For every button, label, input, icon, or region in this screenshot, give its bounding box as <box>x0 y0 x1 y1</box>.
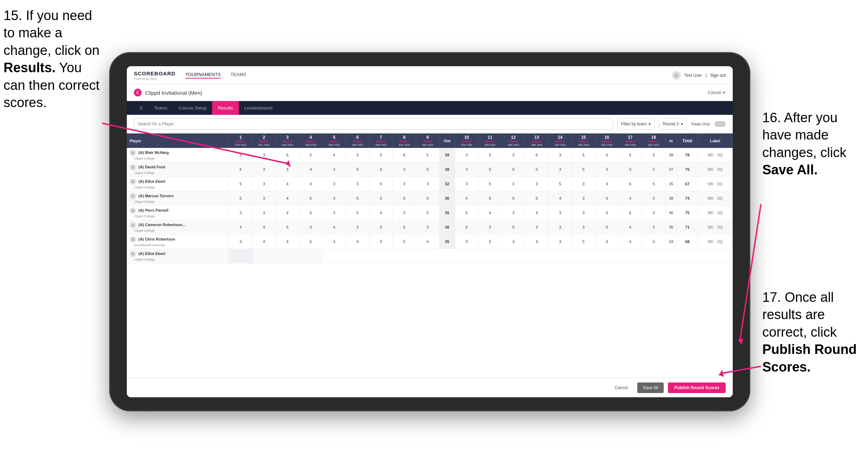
hole-13-score[interactable]: 4 <box>525 206 548 220</box>
hole-11-score[interactable]: 5 <box>478 235 502 249</box>
hole-11-score[interactable]: 4 <box>478 206 502 220</box>
hole-17-score[interactable]: 4 <box>619 191 642 206</box>
hole-18-score[interactable]: 3 <box>642 206 665 220</box>
hole-13-score[interactable]: 3 <box>525 220 548 235</box>
wd-badge[interactable]: WD <box>706 239 715 244</box>
publish-round-scores-button[interactable]: Publish Round Scores <box>668 382 726 393</box>
hole-12-score[interactable]: 5 <box>502 191 525 206</box>
hole-12-score[interactable]: 3 <box>502 148 525 162</box>
hole-15-score[interactable]: 3 <box>572 206 595 220</box>
hole-4-score[interactable]: 4 <box>299 162 322 177</box>
hole-11-score[interactable]: 3 <box>478 220 502 235</box>
save-all-button[interactable]: Save All <box>637 382 664 393</box>
hole-8-score[interactable]: 3 <box>392 206 416 220</box>
hole-13-score[interactable]: 5 <box>525 191 548 206</box>
hole-13-score[interactable]: 4 <box>525 235 548 249</box>
hole-15-score[interactable]: 5 <box>572 235 595 249</box>
tab-teams[interactable]: Teams <box>148 101 173 115</box>
hole-5-score[interactable]: 3 <box>322 206 346 220</box>
hole-13-score[interactable]: 6 <box>525 148 548 162</box>
hole-2-score[interactable]: 4 <box>252 235 275 249</box>
hole-1-score[interactable]: 3 <box>229 235 252 249</box>
hole-10-score[interactable]: 3 <box>455 162 478 177</box>
hole-1-score[interactable]: 3 <box>229 148 252 162</box>
hole-8-score[interactable]: 3 <box>392 177 416 191</box>
wd-badge[interactable]: WD <box>706 225 715 230</box>
hole-7-score[interactable]: 3 <box>369 235 392 249</box>
hole-12-score[interactable]: 5 <box>502 220 525 235</box>
hole-8-score[interactable]: 5 <box>392 235 416 249</box>
hole-3-score[interactable]: 5 <box>276 148 299 162</box>
hole-2-score[interactable]: 4 <box>252 220 275 235</box>
hole-6-score[interactable]: 3 <box>346 148 369 162</box>
hole-18-score[interactable]: 3 <box>642 220 665 235</box>
hole-11-score[interactable]: 5 <box>478 177 502 191</box>
hole-18-score[interactable]: 5 <box>642 177 665 191</box>
hole-15-score[interactable]: 3 <box>572 177 595 191</box>
cancel-button[interactable]: Cancel <box>610 382 633 393</box>
hole-3-score[interactable]: 3 <box>276 162 299 177</box>
totals-only-toggle[interactable] <box>714 121 726 127</box>
wd-badge[interactable]: WD <box>706 196 715 201</box>
hole-6-score[interactable]: 3 <box>346 177 369 191</box>
round-dropdown[interactable]: Round 3 ▾ <box>659 118 687 130</box>
hole-3-score[interactable]: 4 <box>276 177 299 191</box>
hole-9-score[interactable]: 5 <box>416 162 439 177</box>
dq-badge[interactable]: DQ <box>716 196 724 201</box>
hole-1-score[interactable]: 3 <box>229 206 252 220</box>
hole-1-score[interactable]: 6 <box>229 162 252 177</box>
dq-badge[interactable]: DQ <box>716 152 724 158</box>
hole-2-score[interactable]: 3 <box>252 162 275 177</box>
hole-14-score[interactable]: 3 <box>548 148 572 162</box>
hole-8-score[interactable]: 6 <box>392 148 416 162</box>
wd-badge[interactable]: WD <box>706 167 715 172</box>
hole-18-score[interactable]: 3 <box>642 148 665 162</box>
dq-badge[interactable]: DQ <box>716 167 724 172</box>
hole-6-score[interactable]: 5 <box>346 206 369 220</box>
hole-14-score[interactable]: 3 <box>548 220 572 235</box>
hole-10-score[interactable]: 6 <box>455 220 478 235</box>
hole-3-score[interactable]: 4 <box>276 206 299 220</box>
hole-1-score[interactable]: 4 <box>229 220 252 235</box>
sign-out-link[interactable]: Sign out <box>710 73 726 78</box>
hole-12-score[interactable]: 5 <box>502 162 525 177</box>
hole-1-score[interactable]: 5 <box>229 191 252 206</box>
hole-17-score[interactable]: 6 <box>619 206 642 220</box>
cancel-tournament-button[interactable]: Cancel ✕ <box>708 90 726 95</box>
hole-16-score[interactable]: 5 <box>595 206 619 220</box>
hole-4-score[interactable]: 5 <box>299 206 322 220</box>
hole-9-score[interactable]: 5 <box>416 148 439 162</box>
hole-17-score[interactable]: 4 <box>619 235 642 249</box>
hole-16-score[interactable]: 3 <box>595 162 619 177</box>
hole-17-score[interactable]: 4 <box>619 220 642 235</box>
dq-badge[interactable]: DQ <box>716 225 724 230</box>
hole-14-score[interactable]: 4 <box>548 191 572 206</box>
wd-badge[interactable]: WD <box>706 152 715 158</box>
hole-17-score[interactable]: 6 <box>619 177 642 191</box>
search-input[interactable] <box>134 118 613 130</box>
dq-badge[interactable]: DQ <box>716 239 724 244</box>
dq-badge[interactable]: DQ <box>716 181 724 187</box>
hole-7-score[interactable]: 5 <box>369 148 392 162</box>
hole-16-score[interactable]: 6 <box>595 148 619 162</box>
hole-3-score[interactable]: 4 <box>276 235 299 249</box>
dq-badge[interactable]: DQ <box>716 210 724 216</box>
hole-8-score[interactable]: 5 <box>392 220 416 235</box>
hole-7-score[interactable]: 3 <box>369 191 392 206</box>
hole-10-score[interactable]: 3 <box>455 148 478 162</box>
hole-10-score[interactable]: 3 <box>455 177 478 191</box>
hole-6-score[interactable]: 4 <box>346 235 369 249</box>
hole-4-score[interactable]: 4 <box>299 177 322 191</box>
hole-2-score[interactable]: 3 <box>252 206 275 220</box>
hole-11-score[interactable]: 5 <box>478 148 502 162</box>
hole-7-score[interactable]: 5 <box>369 220 392 235</box>
hole-9-score[interactable]: 3 <box>416 177 439 191</box>
wd-badge[interactable]: WD <box>706 210 715 216</box>
hole-6-score[interactable]: 3 <box>346 220 369 235</box>
hole-9-score[interactable]: 5 <box>416 206 439 220</box>
hole-9-score[interactable]: 3 <box>416 191 439 206</box>
wd-badge[interactable]: WD <box>706 181 715 187</box>
hole-15-score[interactable]: 5 <box>572 162 595 177</box>
hole-16-score[interactable]: 5 <box>595 220 619 235</box>
hole-14-score[interactable]: 5 <box>548 177 572 191</box>
